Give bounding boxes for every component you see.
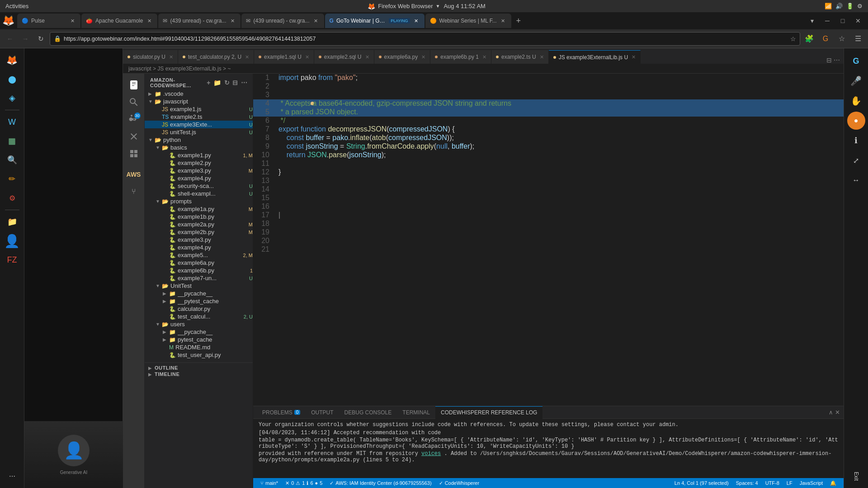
- gnome-vscode-icon[interactable]: ◈: [4, 90, 20, 106]
- status-language[interactable]: JavaScript: [796, 478, 826, 488]
- vscode-tab-example6b[interactable]: example6b.py 1 ✕: [430, 50, 491, 64]
- gnome-search-icon[interactable]: 🔍: [4, 152, 20, 168]
- tree-item-testuserapi[interactable]: 🐍 test_user_api.py: [145, 351, 253, 359]
- activity-source-control[interactable]: 30: [126, 112, 142, 127]
- tab-close-goto[interactable]: ✕: [413, 17, 420, 24]
- guac-hand-icon[interactable]: ✋: [847, 92, 865, 110]
- gnome-filezilla-icon[interactable]: FZ: [4, 252, 20, 268]
- more-sidebar-icon[interactable]: ⋯: [241, 79, 248, 86]
- tree-item-example4py[interactable]: 🐍 example4.py: [145, 174, 253, 182]
- split-editor-icon[interactable]: ⊟: [826, 56, 832, 64]
- guac-fullscreen-icon[interactable]: ⤢: [847, 151, 865, 169]
- tree-item-calculatorpy[interactable]: 🐍 calculator.py: [145, 305, 253, 313]
- gnome-settings-icon[interactable]: ⚙: [4, 190, 20, 206]
- activity-extensions[interactable]: [126, 146, 142, 161]
- panel-tab-terminal[interactable]: TERMINAL: [397, 406, 435, 419]
- bookmark-star-icon[interactable]: ☆: [790, 35, 796, 42]
- gnome-chromium-icon[interactable]: ⬤: [4, 71, 20, 87]
- panel-link-voices[interactable]: voices: [421, 450, 441, 457]
- url-bar[interactable]: 🔒 https://app.gotowebinar.com/index.html…: [50, 32, 800, 46]
- tab-close-test[interactable]: ✕: [245, 54, 249, 60]
- activity-debug[interactable]: [126, 129, 142, 144]
- status-codewhisperer-check[interactable]: ✓ AWS: IAM Identity Center (d-9067925556…: [326, 478, 435, 488]
- tree-item-ex2apy[interactable]: 🐍 example2a.py M: [145, 221, 253, 228]
- tab-close-webinar[interactable]: ✕: [500, 17, 507, 24]
- tree-item-pycache1[interactable]: ▶ 📁 __pycache__: [145, 290, 253, 297]
- tree-item-basics[interactable]: ▼ 📂 basics: [145, 144, 253, 151]
- panel-tab-problems[interactable]: PROBLEMS 0: [257, 406, 306, 419]
- timeline-header[interactable]: ▶ TIMELINE: [148, 371, 249, 377]
- tree-item-ex7un[interactable]: 🐍 example7-un... U: [145, 274, 253, 282]
- refresh-icon[interactable]: ↻: [224, 79, 230, 86]
- guac-mic-icon[interactable]: 🎤: [847, 72, 865, 90]
- tab-close-ex2ts[interactable]: ✕: [540, 54, 544, 60]
- new-tab-button[interactable]: +: [512, 14, 525, 27]
- outline-header[interactable]: ▶ OUTLINE: [148, 365, 249, 371]
- system-settings-icon[interactable]: ⚙: [857, 3, 863, 9]
- activity-aws[interactable]: AWS: [126, 167, 142, 182]
- tree-item-users[interactable]: ▼ 📂 users: [145, 320, 253, 328]
- activity-explorer[interactable]: [126, 77, 142, 93]
- tree-item-readmemd[interactable]: M README.md: [145, 343, 253, 351]
- collapse-icon[interactable]: ⊟: [232, 79, 238, 86]
- tab-cw2[interactable]: ✉ (439 unread) - cw.gra... ✕: [241, 14, 324, 28]
- tree-item-example3ext[interactable]: JS example3Exte... U: [145, 121, 253, 128]
- tree-item-ex5py[interactable]: 🐍 example5... 2, M: [145, 251, 253, 259]
- tab-goto[interactable]: G GoTo Webinar | GoTo... PLAYING ✕: [325, 14, 425, 28]
- vscode-tab-example1sql[interactable]: example1.sql U ✕: [254, 50, 314, 64]
- menu-icon[interactable]: ☰: [852, 33, 864, 45]
- status-position[interactable]: Ln 4, Col 1 (97 selected): [671, 478, 732, 488]
- vscode-tab-example2sql[interactable]: example2.sql U ✕: [314, 50, 374, 64]
- tab-close-ex6a[interactable]: ✕: [421, 54, 425, 60]
- tree-item-vscode[interactable]: ▶ 📁 .vscode: [145, 90, 253, 98]
- more-actions-icon[interactable]: ⋯: [834, 56, 840, 64]
- tree-item-shellexamp[interactable]: 🐍 shell-exampl... U: [145, 190, 253, 197]
- tree-item-pycache2[interactable]: ▶ 📁 __pycache__: [145, 328, 253, 336]
- tree-item-ex1bpy[interactable]: 🐍 example1b.py: [145, 213, 253, 221]
- tree-item-example1js[interactable]: JS example1.js U: [145, 105, 253, 113]
- vscode-tab-siculator[interactable]: siculator.py U ✕: [123, 50, 178, 64]
- panel-tab-debug[interactable]: DEBUG CONSOLE: [339, 406, 397, 419]
- minimize-button[interactable]: ─: [821, 14, 834, 27]
- gnome-word-icon[interactable]: W: [4, 114, 20, 130]
- tree-item-ex2bpy[interactable]: 🐍 example2b.py M: [145, 228, 253, 236]
- activity-git[interactable]: ⑂: [126, 184, 142, 199]
- dropdown-arrow[interactable]: ▼: [436, 4, 440, 9]
- tab-close-ex1sql[interactable]: ✕: [305, 54, 309, 60]
- tab-close-siculator[interactable]: ✕: [169, 54, 173, 60]
- tab-close-ex3ext[interactable]: ✕: [632, 54, 636, 60]
- tree-item-example2ts[interactable]: TS example2.ts U: [145, 113, 253, 121]
- back-button[interactable]: ←: [4, 33, 16, 45]
- tab-close-cw1[interactable]: ✕: [229, 17, 236, 24]
- vscode-tab-example2ts[interactable]: example2.ts U ✕: [491, 50, 549, 64]
- gnome-firefox-icon[interactable]: 🦊: [4, 52, 20, 68]
- tree-item-example3py[interactable]: 🐍 example3.py M: [145, 167, 253, 174]
- tab-close-guacamole[interactable]: ✕: [146, 17, 153, 24]
- extensions-icon[interactable]: 🧩: [803, 33, 816, 45]
- gnome-files-icon[interactable]: 📁: [4, 214, 20, 230]
- panel-expand-icon[interactable]: ∧: [829, 409, 833, 416]
- tree-item-javascript[interactable]: ▼ 📂 javascript: [145, 98, 253, 105]
- gnome-editor-icon[interactable]: ✏: [4, 171, 20, 187]
- tree-item-unittest[interactable]: JS unitTest.js U: [145, 128, 253, 136]
- tab-dropdown-button[interactable]: ▾: [806, 14, 818, 27]
- vscode-tab-example6a[interactable]: example6a.py ✕: [374, 50, 431, 64]
- guac-logo-icon[interactable]: G: [847, 52, 865, 70]
- gnome-avatar-icon[interactable]: 👤: [4, 233, 20, 249]
- bookmark-icon[interactable]: ☆: [835, 33, 848, 45]
- tree-item-prompts[interactable]: ▼ 📂 prompts: [145, 197, 253, 205]
- panel-tab-output[interactable]: OUTPUT: [306, 406, 339, 419]
- vscode-tab-example3ext[interactable]: JS example3ExternalLib.js U ✕: [549, 50, 641, 64]
- refresh-button[interactable]: ↻: [34, 33, 47, 45]
- tab-close-cw2[interactable]: ✕: [312, 17, 320, 24]
- tree-item-ex6bpy[interactable]: 🐍 example6b.py 1: [145, 267, 253, 274]
- tab-guacamole[interactable]: 🍅 Apache Guacamole ✕: [81, 14, 157, 28]
- tab-close-ex6b[interactable]: ✕: [482, 54, 486, 60]
- new-folder-icon[interactable]: 📁: [213, 79, 222, 86]
- panel-tab-codewhisperer[interactable]: CODEWHISPERER REFERENCE LOG: [435, 406, 542, 419]
- status-branch[interactable]: ⑂ main*: [257, 478, 282, 488]
- status-spaces[interactable]: Spaces: 4: [732, 478, 762, 488]
- tree-item-securitysca[interactable]: 🐍 security-sca... U: [145, 182, 253, 190]
- guac-exit-button[interactable]: Exit: [853, 472, 859, 484]
- guac-record-icon[interactable]: ●: [847, 112, 865, 130]
